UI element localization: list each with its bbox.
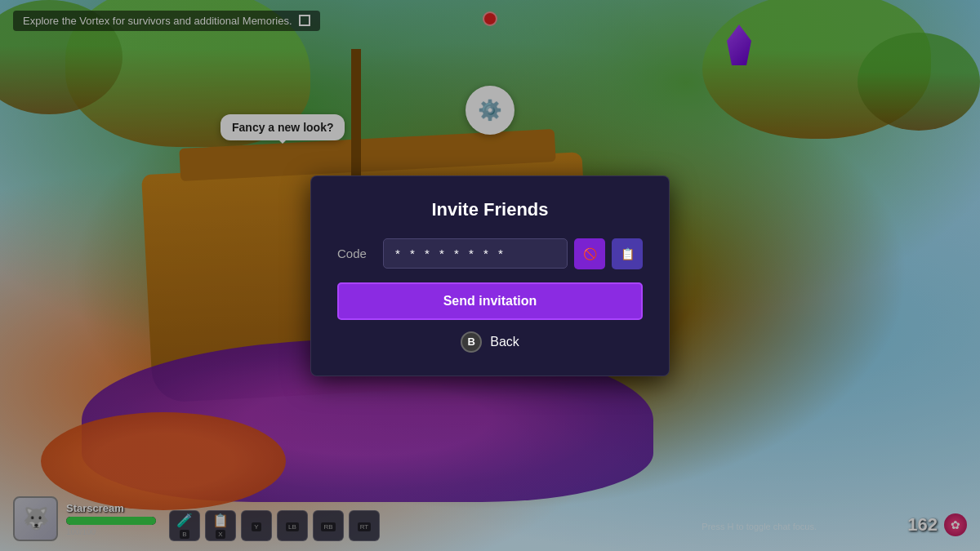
modal-overlay: Invite Friends Code 🚫 📋 Send invitation … [0, 0, 980, 551]
toggle-visibility-button[interactable]: 🚫 [574, 238, 605, 269]
code-label: Code [337, 247, 376, 260]
copy-button[interactable]: 📋 [612, 238, 643, 269]
send-invitation-button[interactable]: Send invitation [337, 282, 643, 320]
eye-slash-icon: 🚫 [583, 247, 597, 260]
code-row: Code 🚫 📋 [337, 238, 643, 269]
back-row: B Back [337, 331, 643, 353]
code-input[interactable] [383, 238, 568, 269]
modal-title: Invite Friends [337, 199, 643, 220]
b-controller-button: B [461, 331, 482, 353]
back-label: Back [490, 335, 519, 349]
b-button-label: B [468, 335, 475, 348]
copy-icon: 📋 [621, 247, 635, 260]
invite-friends-modal: Invite Friends Code 🚫 📋 Send invitation … [310, 176, 670, 376]
